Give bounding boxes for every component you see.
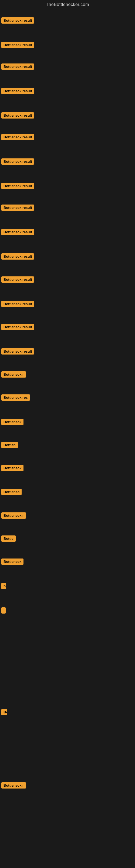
bottleneck-item-4: Bottleneck result [1, 88, 34, 95]
bottleneck-item-17: Bottleneck res [1, 394, 30, 402]
bottleneck-item-5: Bottleneck result [1, 112, 34, 120]
bottleneck-item-26: | [1, 607, 6, 615]
bottleneck-item-23: Bottle [1, 535, 16, 543]
bottleneck-badge[interactable]: Bottleneck result [1, 42, 34, 48]
bottleneck-badge[interactable]: Bottleneck result [1, 158, 34, 165]
bottleneck-item-18: Bottleneck [1, 419, 24, 426]
bottleneck-item-27: Bo [1, 709, 7, 716]
bottleneck-item-9: Bottleneck result [1, 205, 34, 212]
bottleneck-badge[interactable]: Bottleneck result [1, 88, 34, 94]
bottleneck-badge[interactable]: Bottleneck [1, 465, 24, 471]
bottleneck-item-14: Bottleneck result [1, 324, 34, 331]
bottleneck-badge[interactable]: Bottleneck r [1, 513, 26, 519]
bottleneck-item-16: Bottleneck r [1, 371, 26, 379]
bottleneck-badge[interactable]: Bottle [1, 535, 16, 542]
bottleneck-item-28: Bottleneck r [1, 782, 26, 789]
bottleneck-badge[interactable]: Bottleneck r [1, 782, 26, 788]
bottleneck-item-3: Bottleneck result [1, 63, 34, 71]
bottleneck-item-20: Bottleneck [1, 465, 24, 472]
bottleneck-badge[interactable]: | [1, 607, 6, 614]
bottleneck-item-7: Bottleneck result [1, 158, 34, 166]
bottleneck-item-1: Bottleneck result [1, 18, 34, 25]
bottleneck-badge[interactable]: Bottleneck result [1, 229, 34, 235]
bottleneck-badge[interactable]: Bottleneck [1, 419, 24, 425]
bottleneck-badge[interactable]: Bottlen [1, 442, 18, 448]
bottleneck-badge[interactable]: Bottleneck result [1, 348, 34, 354]
bottleneck-item-24: Bottleneck [1, 558, 24, 566]
bottleneck-item-12: Bottleneck result [1, 276, 34, 284]
bottleneck-item-19: Bottlen [1, 442, 18, 449]
bottleneck-item-10: Bottleneck result [1, 229, 34, 236]
bottleneck-badge[interactable]: Bo [1, 709, 7, 715]
bottleneck-item-13: Bottleneck result [1, 301, 34, 308]
bottleneck-badge[interactable]: Bottleneck result [1, 18, 34, 24]
bottleneck-badge[interactable]: Bottleneck result [1, 205, 34, 211]
bottleneck-badge[interactable]: Bottleneck result [1, 63, 34, 70]
bottleneck-badge[interactable]: Bottleneck result [1, 324, 34, 330]
bottleneck-badge[interactable]: Bottleneck result [1, 301, 34, 307]
bottleneck-badge[interactable]: Bottleneck result [1, 112, 34, 119]
bottleneck-item-6: Bottleneck result [1, 134, 34, 141]
bottleneck-badge[interactable]: b [1, 583, 6, 589]
bottleneck-badge[interactable]: Bottleneck result [1, 134, 34, 140]
bottleneck-item-15: Bottleneck result [1, 348, 34, 355]
bottleneck-badge[interactable]: Bottleneck result [1, 183, 34, 189]
bottleneck-badge[interactable]: Bottlenec [1, 489, 21, 495]
bottleneck-item-2: Bottleneck result [1, 42, 34, 49]
bottleneck-item-25: b [1, 583, 6, 590]
bottleneck-item-21: Bottlenec [1, 489, 21, 496]
bottleneck-item-8: Bottleneck result [1, 183, 34, 190]
bottleneck-badge[interactable]: Bottleneck result [1, 276, 34, 283]
bottleneck-badge[interactable]: Bottleneck res [1, 394, 30, 401]
bottleneck-item-22: Bottleneck r [1, 513, 26, 520]
site-title: TheBottlenecker.com [0, 0, 135, 9]
bottleneck-item-11: Bottleneck result [1, 253, 34, 261]
bottleneck-badge[interactable]: Bottleneck result [1, 253, 34, 259]
site-header: TheBottlenecker.com [0, 0, 135, 9]
bottleneck-badge[interactable]: Bottleneck r [1, 371, 26, 378]
bottleneck-badge[interactable]: Bottleneck [1, 558, 24, 565]
